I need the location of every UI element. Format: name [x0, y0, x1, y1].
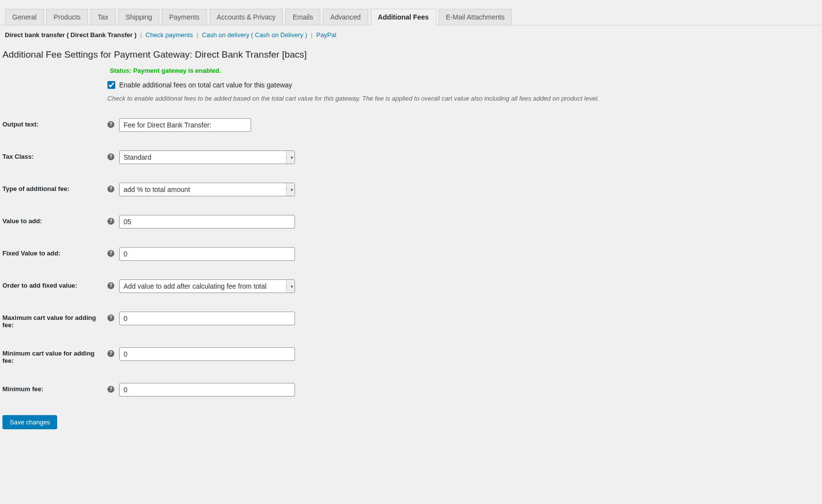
tab-payments[interactable]: Payments	[162, 9, 207, 25]
tax-class-select[interactable]: Standard	[119, 150, 295, 164]
help-icon[interactable]: ?	[107, 250, 114, 257]
tab-emails[interactable]: Emails	[285, 9, 320, 25]
nav-tabs: General Products Tax Shipping Payments A…	[0, 0, 822, 25]
order-fixed-select[interactable]: Add value to add after calculating fee f…	[119, 279, 295, 293]
subnav-cash-on-delivery[interactable]: Cash on delivery ( Cash on Delivery )	[202, 31, 307, 39]
tab-additional-fees[interactable]: Additional Fees	[371, 9, 436, 25]
tab-tax[interactable]: Tax	[90, 9, 116, 25]
output-text-input[interactable]	[119, 118, 251, 132]
help-icon[interactable]: ?	[107, 121, 114, 128]
value-to-add-label: Value to add:	[2, 215, 107, 225]
help-icon[interactable]: ?	[107, 186, 114, 192]
enable-description: Check to enable additional fees to be ad…	[107, 94, 812, 104]
tab-general[interactable]: General	[5, 9, 44, 25]
help-icon[interactable]: ?	[107, 218, 114, 225]
min-cart-input[interactable]	[119, 347, 295, 361]
subnav-paypal[interactable]: PayPal	[316, 31, 337, 39]
tab-accounts-privacy[interactable]: Accounts & Privacy	[210, 9, 283, 25]
min-fee-input[interactable]	[119, 383, 295, 397]
fee-type-select[interactable]: add % to total amount	[119, 183, 295, 196]
subnav-active: Direct bank transfer ( Direct Bank Trans…	[5, 31, 136, 39]
max-cart-label: Maximum cart value for adding fee:	[2, 312, 107, 329]
min-fee-label: Minimum fee:	[2, 383, 107, 393]
help-icon[interactable]: ?	[107, 350, 114, 357]
tax-class-label: Tax Class:	[2, 150, 107, 160]
help-icon[interactable]: ?	[107, 386, 114, 393]
fixed-value-input[interactable]	[119, 247, 295, 261]
sub-nav: Direct bank transfer ( Direct Bank Trans…	[0, 25, 822, 44]
help-icon[interactable]: ?	[107, 153, 114, 160]
separator: |	[195, 31, 202, 39]
separator: |	[138, 31, 146, 39]
status-text: Status: Payment gateway is enabled.	[110, 67, 822, 81]
help-icon[interactable]: ?	[107, 282, 114, 289]
enable-label[interactable]: Enable additional fees on total cart val…	[119, 81, 292, 89]
fixed-value-label: Fixed Value to add:	[2, 247, 107, 257]
help-icon[interactable]: ?	[107, 315, 114, 321]
tab-shipping[interactable]: Shipping	[118, 9, 160, 25]
section-title: Additional Fee Settings for Payment Gate…	[0, 44, 822, 67]
subnav-check-payments[interactable]: Check payments	[146, 31, 193, 39]
tab-advanced[interactable]: Advanced	[323, 9, 368, 25]
output-text-label: Output text:	[2, 118, 107, 128]
order-fixed-label: Order to add fixed value:	[2, 279, 107, 289]
tab-email-attachments[interactable]: E-Mail Attachments	[439, 9, 512, 25]
value-to-add-input[interactable]	[119, 215, 295, 229]
max-cart-input[interactable]	[119, 312, 295, 325]
enable-checkbox[interactable]	[107, 81, 115, 89]
min-cart-label: Minimum cart value for adding fee:	[2, 347, 107, 364]
separator: |	[309, 31, 316, 39]
fee-type-label: Type of additional fee:	[2, 183, 107, 192]
tab-products[interactable]: Products	[46, 9, 88, 25]
save-button[interactable]: Save changes	[2, 415, 57, 429]
